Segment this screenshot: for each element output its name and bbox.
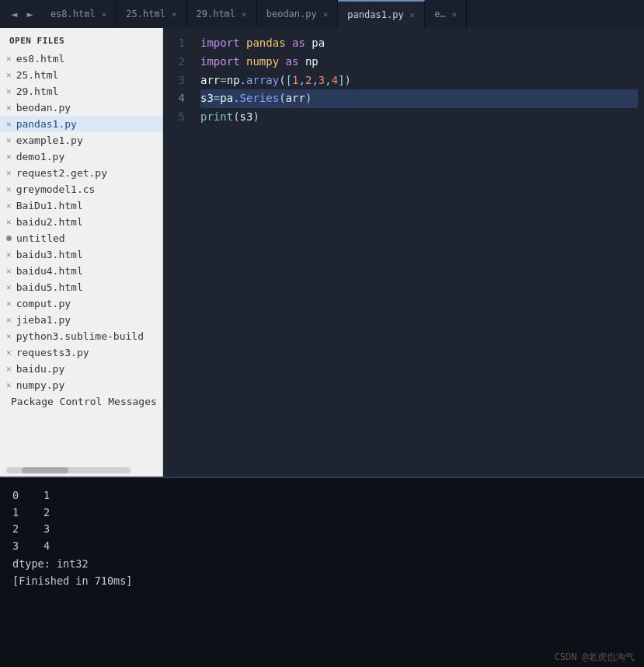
close-icon[interactable]: ✕ [6, 54, 12, 64]
close-icon[interactable]: ✕ [6, 315, 12, 325]
sidebar-item-baidu2html[interactable]: ✕ baidu2.html [0, 214, 162, 230]
close-icon[interactable]: ✕ [6, 364, 12, 374]
terminal-dtype: dtype: int32 [12, 556, 632, 573]
terminal-output-row-3: 3 4 [12, 538, 632, 555]
tab-label: es8.html [50, 9, 96, 19]
terminal-index-1: 1 [12, 505, 28, 522]
sidebar-item-packagecontrol[interactable]: Package Control Messages [0, 393, 162, 410]
tab-label: e… [434, 9, 445, 19]
terminal-value-2: 3 [44, 521, 50, 538]
close-icon[interactable]: ✕ [6, 331, 12, 341]
tab-label: pandas1.py [347, 9, 403, 20]
close-icon[interactable]: ✕ [6, 201, 12, 211]
close-icon[interactable]: ✕ [6, 86, 12, 96]
code-content[interactable]: import pandas as pa import numpy as np a… [194, 34, 644, 470]
sidebar-item-label: python3.sublime-build [16, 330, 144, 342]
tab-label: beodan.py [266, 9, 317, 19]
tab-extra[interactable]: e… ✕ [425, 0, 467, 28]
close-icon[interactable]: ✕ [6, 250, 12, 260]
sidebar-item-label: requests3.py [16, 347, 89, 358]
sidebar-item-label: 29.html [16, 86, 59, 97]
dot-icon [6, 236, 12, 241]
sidebar-item-25html[interactable]: ✕ 25.html [0, 67, 162, 83]
close-icon[interactable]: ✕ [6, 168, 12, 178]
sidebar-scrollbar-track[interactable] [6, 467, 131, 473]
sidebar-item-label: numpy.py [16, 379, 65, 391]
main-area: OPEN FILES ✕ es8.html ✕ 25.html ✕ 29.htm… [0, 28, 644, 477]
sidebar-item-request2getpy[interactable]: ✕ request2.get.py [0, 165, 162, 181]
terminal-output-row-2: 2 3 [12, 521, 632, 538]
terminal-index-0: 0 [12, 487, 28, 505]
sidebar-item-python3build[interactable]: ✕ python3.sublime-build [0, 328, 162, 344]
sidebar-item-numpypy[interactable]: ✕ numpy.py [0, 377, 162, 393]
close-icon[interactable]: ✕ [6, 70, 12, 80]
tab-next-icon[interactable]: ► [23, 6, 36, 22]
sidebar-list: ✕ es8.html ✕ 25.html ✕ 29.html ✕ beodan.… [0, 51, 162, 445]
sidebar-item-greymodel1cs[interactable]: ✕ greymodel1.cs [0, 181, 162, 197]
sidebar-scrollbar-thumb[interactable] [22, 467, 68, 473]
tab-close-es8html[interactable]: ✕ [102, 9, 107, 19]
sidebar-item-beodanpy[interactable]: ✕ beodan.py [0, 100, 162, 116]
terminal-output-row-0: 0 1 [12, 487, 632, 505]
code-line-4: s3=pa.Series(arr) [200, 89, 638, 108]
sidebar-item-29html[interactable]: ✕ 29.html [0, 83, 162, 100]
terminal-output-row-1: 1 2 [12, 505, 632, 522]
sidebar-item-label: 25.html [16, 69, 59, 81]
tab-close-25html[interactable]: ✕ [172, 9, 177, 19]
tab-close-29html[interactable]: ✕ [242, 9, 247, 19]
terminal: 0 1 1 2 2 3 3 4 dtype: int32 [Finished i… [0, 477, 644, 648]
tab-beodanpy[interactable]: beodan.py ✕ [257, 0, 339, 28]
terminal-value-0: 1 [44, 487, 50, 505]
sidebar-item-baidupy[interactable]: ✕ baidu.py [0, 361, 162, 377]
sidebar-item-baidu5html[interactable]: ✕ baidu5.html [0, 279, 162, 295]
sidebar-item-label: demo1.py [16, 151, 65, 162]
line-number: 2 [176, 53, 185, 72]
sidebar-item-label: greymodel1.cs [16, 183, 96, 195]
sidebar-item-label: baidu.py [16, 363, 65, 375]
sidebar-item-baidu4html[interactable]: ✕ baidu4.html [0, 263, 162, 279]
close-icon[interactable]: ✕ [6, 119, 12, 129]
close-icon[interactable]: ✕ [6, 152, 12, 162]
sidebar-item-label: example1.py [16, 134, 83, 146]
sidebar-item-label: jieba1.py [16, 314, 71, 326]
tab-25html[interactable]: 25.html ✕ [117, 0, 186, 28]
sidebar-item-label: baidu5.html [16, 281, 83, 293]
tab-close-pandas1py[interactable]: ✕ [410, 10, 416, 20]
sidebar-item-label: Package Control Messages [11, 396, 157, 407]
tab-pandas1py[interactable]: pandas1.py ✕ [338, 0, 425, 28]
close-icon[interactable]: ✕ [6, 380, 12, 390]
tab-29html[interactable]: 29.html ✕ [187, 0, 257, 28]
close-icon[interactable]: ✕ [6, 135, 12, 145]
tab-navigation[interactable]: ◄ ► [3, 6, 41, 22]
tab-close-beodanpy[interactable]: ✕ [323, 9, 329, 19]
sidebar-item-es8html[interactable]: ✕ es8.html [0, 51, 162, 67]
code-line-1: import pandas as pa [200, 34, 638, 53]
sidebar-title: OPEN FILES [0, 28, 162, 51]
code-editor[interactable]: 1 2 3 4 5 import pandas as pa import num… [163, 28, 644, 477]
sidebar-item-label: beodan.py [16, 102, 71, 113]
sidebar-item-computpy[interactable]: ✕ comput.py [0, 295, 162, 312]
sidebar-item-baidu1html[interactable]: ✕ BaiDu1.html [0, 197, 162, 214]
tab-prev-icon[interactable]: ◄ [8, 6, 20, 22]
close-icon[interactable]: ✕ [6, 217, 12, 227]
sidebar-item-jieba1py[interactable]: ✕ jieba1.py [0, 312, 162, 328]
sidebar-item-label: request2.get.py [16, 167, 107, 179]
sidebar-item-untitled[interactable]: untitled [0, 230, 162, 246]
close-icon[interactable]: ✕ [6, 282, 12, 292]
close-icon[interactable]: ✕ [6, 347, 12, 358]
close-icon[interactable]: ✕ [6, 103, 12, 113]
tab-es8html[interactable]: es8.html ✕ [41, 0, 117, 28]
line-number: 1 [176, 34, 185, 53]
tab-close-extra[interactable]: ✕ [452, 9, 458, 19]
sidebar-item-example1py[interactable]: ✕ example1.py [0, 132, 162, 148]
sidebar-item-label: pandas1.py [16, 118, 77, 130]
sidebar-item-baidu3html[interactable]: ✕ baidu3.html [0, 246, 162, 263]
sidebar-item-label: es8.html [16, 53, 65, 65]
terminal-value-3: 4 [44, 538, 50, 555]
close-icon[interactable]: ✕ [6, 266, 12, 276]
sidebar-item-requests3py[interactable]: ✕ requests3.py [0, 344, 162, 361]
sidebar-item-demo1py[interactable]: ✕ demo1.py [0, 148, 162, 165]
close-icon[interactable]: ✕ [6, 184, 12, 194]
sidebar-item-pandas1py[interactable]: ✕ pandas1.py [0, 116, 162, 132]
close-icon[interactable]: ✕ [6, 299, 12, 309]
